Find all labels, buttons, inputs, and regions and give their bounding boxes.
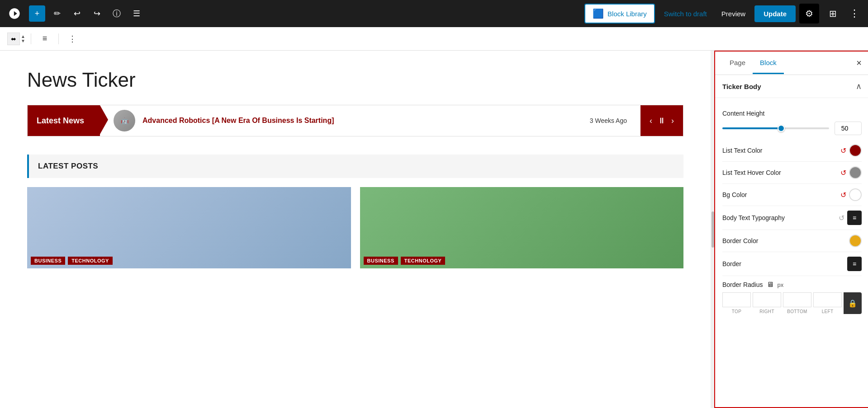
block-nav-arrows: ▲ ▼ (21, 34, 25, 43)
border-bottom-label: BOTTOM (783, 309, 811, 314)
list-text-hover-color-picker[interactable] (849, 166, 862, 179)
arrow-down-icon[interactable]: ▼ (21, 39, 25, 43)
editor-scrollbar (711, 51, 714, 408)
border-left-label: LEFT (813, 309, 842, 314)
info-button[interactable]: ⓘ (109, 5, 125, 22)
border-controls: ≡ (847, 257, 862, 271)
ticker-article-time: 3 Weeks Ago (590, 117, 627, 124)
content-height-label: Content Height (722, 110, 862, 117)
undo-button[interactable]: ↩ (69, 5, 85, 22)
list-text-hover-color-reset-button[interactable]: ↺ (840, 169, 846, 177)
panel-section-title: Ticker Body (722, 83, 761, 90)
bg-color-picker[interactable] (849, 188, 862, 201)
block-pattern-button[interactable]: ⊞ (823, 4, 843, 23)
border-bottom-group: BOTTOM (783, 292, 811, 314)
ticker-article-title: Advanced Robotics [A New Era Of Business… (142, 117, 583, 125)
post-tag-business-2: BUSINESS (364, 257, 398, 265)
news-ticker-block[interactable]: Latest News 🤖 Advanced Robotics [A New E… (27, 105, 683, 136)
post-tag-tech-2: TECHNOLOGY (401, 257, 446, 265)
preview-button[interactable]: Preview (716, 6, 751, 21)
redo-button[interactable]: ↪ (89, 5, 105, 22)
ticker-label: Latest News (28, 105, 100, 136)
chevron-up-icon: ∧ (856, 82, 862, 91)
right-panel: Page Block × Ticker Body ∧ (715, 52, 868, 407)
wp-logo-icon (8, 7, 21, 20)
page-title: News Ticker (27, 69, 683, 91)
ellipsis-vertical-icon: ⋮ (849, 8, 859, 19)
border-top-input[interactable] (722, 292, 751, 307)
undo-icon: ↩ (74, 9, 81, 19)
tab-page[interactable]: Page (722, 52, 753, 74)
block-library-label: Block Library (607, 10, 647, 18)
border-color-picker[interactable] (849, 234, 862, 247)
panel-content: Ticker Body ∧ Content Height (715, 75, 868, 407)
ticker-image: 🤖 (114, 110, 135, 131)
tab-block[interactable]: Block (753, 52, 784, 74)
list-text-color-controls: ↺ (840, 144, 862, 157)
border-lock-button[interactable]: 🔒 (844, 292, 862, 314)
prev-button[interactable]: ‹ (650, 116, 652, 126)
nav-handle-icon: ⬌ (11, 35, 16, 42)
border-color-controls (849, 234, 862, 247)
content-height-slider[interactable] (722, 127, 829, 129)
list-text-color-reset-button[interactable]: ↺ (840, 146, 846, 155)
ticker-image-inner: 🤖 (114, 110, 135, 131)
ticker-controls: ‹ ⏸ › (640, 105, 683, 136)
slider-row (722, 122, 862, 135)
post-card-2: BUSINESS TECHNOLOGY (360, 187, 684, 268)
post-card-1: BUSINESS TECHNOLOGY (27, 187, 351, 268)
switch-draft-button[interactable]: Switch to draft (659, 6, 712, 21)
body-text-typography-label: Body Text Typography (722, 214, 785, 221)
post-tags-1: BUSINESS TECHNOLOGY (31, 257, 113, 265)
more-vertical-icon: ⋮ (68, 34, 76, 44)
panel-collapse-button[interactable]: ∧ (856, 81, 862, 91)
block-nav-button[interactable]: ⬌ (7, 33, 20, 45)
more-secondary-button[interactable]: ⋮ (64, 31, 81, 47)
info-icon: ⓘ (113, 8, 121, 19)
content-height-row: Content Height (722, 103, 862, 140)
border-right-input[interactable] (753, 292, 781, 307)
align-button[interactable]: ≡ (37, 31, 53, 47)
border-radius-section: Border Radius 🖥 px TOP RIGHT (722, 276, 862, 319)
latest-posts-header: LATEST POSTS (27, 155, 683, 178)
wp-logo (5, 5, 24, 23)
pencil-icon: ✏ (54, 9, 61, 19)
slider-fill (722, 127, 781, 129)
list-view-button[interactable]: ☰ (128, 5, 145, 22)
typography-settings-button[interactable]: ≡ (847, 211, 862, 225)
list-text-hover-color-label: List Text Hover Color (722, 169, 781, 176)
latest-posts-section: LATEST POSTS BUSINESS TECHNOLOGY BUSINES… (27, 155, 683, 268)
latest-posts-title: LATEST POSTS (38, 162, 98, 171)
update-button[interactable]: Update (754, 5, 796, 22)
block-library-button[interactable]: 🟦 Block Library (584, 4, 655, 23)
secondary-toolbar: ⬌ ▲ ▼ ≡ ⋮ (0, 27, 868, 51)
list-text-hover-color-row: List Text Hover Color ↺ (722, 162, 862, 184)
block-library-icon: 🟦 (593, 8, 604, 19)
slider-thumb[interactable] (778, 125, 785, 132)
arrow-up-icon[interactable]: ▲ (21, 34, 25, 39)
border-top-label: TOP (722, 309, 751, 314)
pause-button[interactable]: ⏸ (658, 116, 666, 126)
list-text-color-label: List Text Color (722, 147, 762, 154)
blocks-icon: ⊞ (829, 8, 837, 19)
post-card-image-2 (360, 187, 684, 268)
plus-icon: + (35, 9, 40, 19)
border-left-group: LEFT (813, 292, 842, 314)
border-left-input[interactable] (813, 292, 842, 307)
add-block-button[interactable]: + (29, 5, 45, 22)
list-text-color-picker[interactable] (849, 144, 862, 157)
panel-close-button[interactable]: × (856, 58, 862, 68)
edit-button[interactable]: ✏ (49, 5, 65, 22)
bg-color-row: Bg Color ↺ (722, 184, 862, 206)
border-bottom-input[interactable] (783, 292, 811, 307)
border-right-label: RIGHT (753, 309, 781, 314)
border-radius-label: Border Radius 🖥 px (722, 281, 862, 289)
typography-reset-button[interactable]: ↺ (839, 214, 844, 222)
next-button[interactable]: › (671, 116, 674, 126)
more-options-button[interactable]: ⋮ (846, 5, 863, 22)
content-height-input[interactable] (835, 122, 862, 135)
bg-color-reset-button[interactable]: ↺ (840, 191, 846, 199)
border-settings-button[interactable]: ≡ (847, 257, 862, 271)
settings-button[interactable]: ⚙ (799, 4, 819, 23)
panel-tabs: Page Block × (715, 52, 868, 75)
